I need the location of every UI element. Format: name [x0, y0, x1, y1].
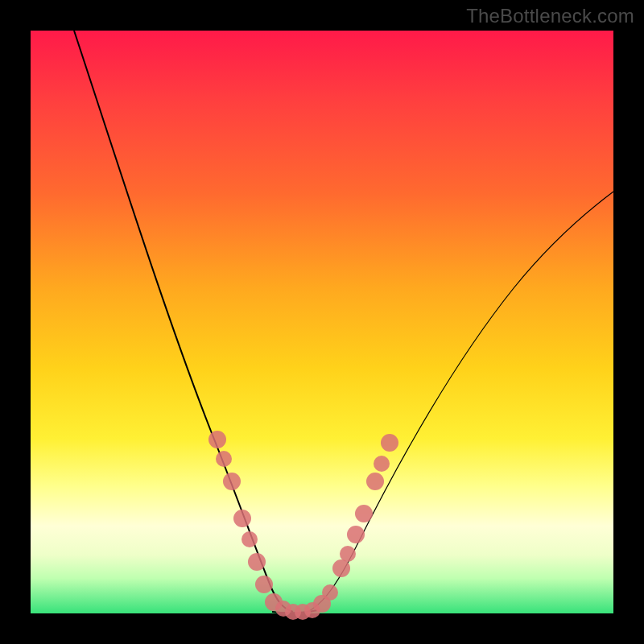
chart-frame: TheBottleneck.com	[0, 0, 644, 644]
marker	[347, 526, 365, 543]
marker	[248, 553, 266, 571]
marker	[208, 431, 226, 448]
marker	[223, 473, 241, 490]
marker	[216, 451, 232, 467]
marker	[355, 505, 373, 522]
plot-area	[31, 31, 613, 613]
marker	[374, 456, 390, 472]
marker	[322, 584, 338, 601]
curve-left	[74, 31, 293, 612]
marker	[340, 546, 356, 562]
marker	[381, 434, 398, 452]
marker	[366, 473, 384, 490]
marker	[332, 559, 350, 577]
marker	[255, 576, 273, 593]
curve-layer	[31, 31, 613, 613]
watermark-text: TheBottleneck.com	[466, 5, 634, 27]
marker-group	[208, 431, 398, 620]
marker	[233, 510, 251, 527]
marker	[242, 531, 258, 547]
